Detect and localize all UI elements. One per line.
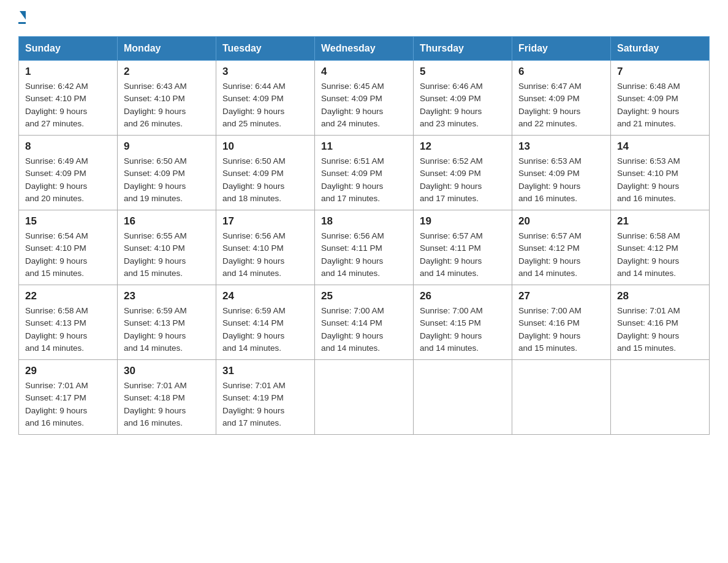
day-info: Sunrise: 7:00 AMSunset: 4:14 PMDaylight:… [321,305,407,354]
day-number: 13 [518,140,604,153]
day-number: 25 [321,290,407,302]
weekday-header-monday: Monday [118,37,216,61]
day-number: 24 [222,290,308,302]
calendar-table: SundayMondayTuesdayWednesdayThursdayFrid… [18,36,710,435]
calendar-cell [512,360,611,435]
day-number: 26 [420,290,506,302]
day-number: 3 [222,66,308,78]
day-number: 4 [321,66,407,78]
day-info: Sunrise: 6:57 AMSunset: 4:12 PMDaylight:… [518,230,604,280]
calendar-cell: 13Sunrise: 6:53 AMSunset: 4:09 PMDayligh… [512,136,611,210]
day-number: 9 [124,140,210,153]
calendar-cell: 19Sunrise: 6:57 AMSunset: 4:11 PMDayligh… [414,210,512,285]
calendar-cell: 4Sunrise: 6:45 AMSunset: 4:09 PMDaylight… [315,61,414,136]
day-number: 15 [25,215,111,228]
calendar-cell: 12Sunrise: 6:52 AMSunset: 4:09 PMDayligh… [414,136,512,210]
day-info: Sunrise: 6:52 AMSunset: 4:09 PMDaylight:… [420,155,506,205]
day-number: 17 [222,215,308,228]
day-number: 19 [420,215,506,228]
day-number: 16 [124,215,210,228]
calendar-cell: 27Sunrise: 7:00 AMSunset: 4:16 PMDayligh… [512,285,611,360]
calendar-cell: 23Sunrise: 6:59 AMSunset: 4:13 PMDayligh… [118,285,216,360]
day-info: Sunrise: 6:53 AMSunset: 4:09 PMDaylight:… [518,155,604,205]
weekday-header-friday: Friday [512,37,611,61]
calendar-cell: 16Sunrise: 6:55 AMSunset: 4:10 PMDayligh… [118,210,216,285]
day-number: 6 [518,66,604,78]
day-info: Sunrise: 7:01 AMSunset: 4:18 PMDaylight:… [124,380,210,429]
weekday-header-thursday: Thursday [414,37,512,61]
weekday-header-wednesday: Wednesday [315,37,414,61]
calendar-cell: 1Sunrise: 6:42 AMSunset: 4:10 PMDaylight… [19,61,118,136]
calendar-cell: 18Sunrise: 6:56 AMSunset: 4:11 PMDayligh… [315,210,414,285]
calendar-cell: 8Sunrise: 6:49 AMSunset: 4:09 PMDaylight… [19,136,118,210]
day-number: 20 [518,215,604,228]
day-number: 1 [25,66,111,78]
day-info: Sunrise: 6:47 AMSunset: 4:09 PMDaylight:… [518,80,604,130]
calendar-cell: 5Sunrise: 6:46 AMSunset: 4:09 PMDaylight… [414,61,512,136]
day-info: Sunrise: 6:54 AMSunset: 4:10 PMDaylight:… [25,230,111,280]
header [18,12,710,24]
day-number: 11 [321,140,407,153]
calendar-cell: 14Sunrise: 6:53 AMSunset: 4:10 PMDayligh… [611,136,710,210]
day-info: Sunrise: 6:56 AMSunset: 4:10 PMDaylight:… [222,230,308,280]
calendar-week-row: 15Sunrise: 6:54 AMSunset: 4:10 PMDayligh… [19,210,710,285]
weekday-header-row: SundayMondayTuesdayWednesdayThursdayFrid… [19,37,710,61]
day-info: Sunrise: 6:50 AMSunset: 4:09 PMDaylight:… [222,155,308,205]
calendar-cell [414,360,512,435]
day-number: 28 [617,290,703,302]
day-info: Sunrise: 6:50 AMSunset: 4:09 PMDaylight:… [124,155,210,205]
calendar-cell: 11Sunrise: 6:51 AMSunset: 4:09 PMDayligh… [315,136,414,210]
calendar-cell: 2Sunrise: 6:43 AMSunset: 4:10 PMDaylight… [118,61,216,136]
calendar-week-row: 22Sunrise: 6:58 AMSunset: 4:13 PMDayligh… [19,285,710,360]
day-info: Sunrise: 6:45 AMSunset: 4:09 PMDaylight:… [321,80,407,130]
calendar-cell [611,360,710,435]
weekday-header-tuesday: Tuesday [216,37,315,61]
day-info: Sunrise: 7:01 AMSunset: 4:19 PMDaylight:… [222,380,308,429]
day-info: Sunrise: 6:58 AMSunset: 4:12 PMDaylight:… [617,230,703,280]
day-info: Sunrise: 6:48 AMSunset: 4:09 PMDaylight:… [617,80,703,130]
calendar-cell: 22Sunrise: 6:58 AMSunset: 4:13 PMDayligh… [19,285,118,360]
day-info: Sunrise: 6:56 AMSunset: 4:11 PMDaylight:… [321,230,407,280]
calendar-cell: 28Sunrise: 7:01 AMSunset: 4:16 PMDayligh… [611,285,710,360]
calendar-cell: 26Sunrise: 7:00 AMSunset: 4:15 PMDayligh… [414,285,512,360]
calendar-cell: 17Sunrise: 6:56 AMSunset: 4:10 PMDayligh… [216,210,315,285]
calendar-cell: 24Sunrise: 6:59 AMSunset: 4:14 PMDayligh… [216,285,315,360]
calendar-cell: 31Sunrise: 7:01 AMSunset: 4:19 PMDayligh… [216,360,315,435]
calendar-cell: 25Sunrise: 7:00 AMSunset: 4:14 PMDayligh… [315,285,414,360]
day-number: 18 [321,215,407,228]
day-number: 30 [124,365,210,377]
calendar-cell: 10Sunrise: 6:50 AMSunset: 4:09 PMDayligh… [216,136,315,210]
day-number: 21 [617,215,703,228]
day-number: 22 [25,290,111,302]
day-info: Sunrise: 7:01 AMSunset: 4:16 PMDaylight:… [617,305,703,354]
calendar-cell: 21Sunrise: 6:58 AMSunset: 4:12 PMDayligh… [611,210,710,285]
day-info: Sunrise: 6:42 AMSunset: 4:10 PMDaylight:… [25,80,111,130]
calendar-cell: 3Sunrise: 6:44 AMSunset: 4:09 PMDaylight… [216,61,315,136]
day-info: Sunrise: 7:01 AMSunset: 4:17 PMDaylight:… [25,380,111,429]
weekday-header-sunday: Sunday [19,37,118,61]
day-number: 12 [420,140,506,153]
day-info: Sunrise: 7:00 AMSunset: 4:16 PMDaylight:… [518,305,604,354]
calendar-week-row: 29Sunrise: 7:01 AMSunset: 4:17 PMDayligh… [19,360,710,435]
calendar-cell: 29Sunrise: 7:01 AMSunset: 4:17 PMDayligh… [19,360,118,435]
calendar-cell: 15Sunrise: 6:54 AMSunset: 4:10 PMDayligh… [19,210,118,285]
day-number: 8 [25,140,111,153]
day-info: Sunrise: 6:43 AMSunset: 4:10 PMDaylight:… [124,80,210,130]
day-info: Sunrise: 6:59 AMSunset: 4:14 PMDaylight:… [222,305,308,354]
logo-underline [18,22,26,24]
day-info: Sunrise: 6:51 AMSunset: 4:09 PMDaylight:… [321,155,407,205]
day-info: Sunrise: 6:46 AMSunset: 4:09 PMDaylight:… [420,80,506,130]
day-info: Sunrise: 6:44 AMSunset: 4:09 PMDaylight:… [222,80,308,130]
day-info: Sunrise: 6:55 AMSunset: 4:10 PMDaylight:… [124,230,210,280]
calendar-week-row: 8Sunrise: 6:49 AMSunset: 4:09 PMDaylight… [19,136,710,210]
calendar-cell: 20Sunrise: 6:57 AMSunset: 4:12 PMDayligh… [512,210,611,285]
day-number: 29 [25,365,111,377]
day-info: Sunrise: 7:00 AMSunset: 4:15 PMDaylight:… [420,305,506,354]
logo-arrow-icon [20,11,26,20]
day-number: 27 [518,290,604,302]
day-number: 7 [617,66,703,78]
day-info: Sunrise: 6:49 AMSunset: 4:09 PMDaylight:… [25,155,111,205]
calendar-cell: 30Sunrise: 7:01 AMSunset: 4:18 PMDayligh… [118,360,216,435]
calendar-cell: 9Sunrise: 6:50 AMSunset: 4:09 PMDaylight… [118,136,216,210]
calendar-cell: 7Sunrise: 6:48 AMSunset: 4:09 PMDaylight… [611,61,710,136]
